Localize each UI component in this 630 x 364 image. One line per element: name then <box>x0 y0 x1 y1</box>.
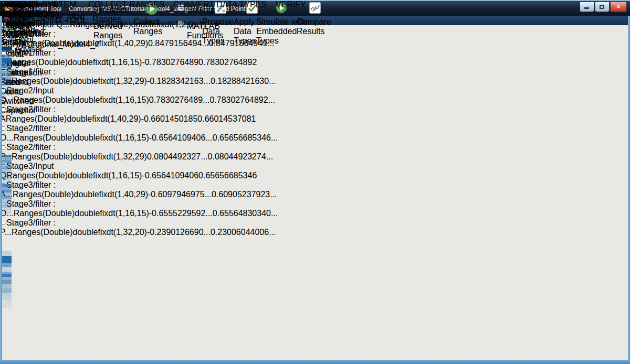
cell-compiled: double <box>72 228 98 237</box>
cell-simmax: 0.08044923274... <box>208 152 274 161</box>
cell-compiled: double <box>72 152 98 161</box>
table-row[interactable]: Stage3/filter : P...Ranges(Double)double… <box>0 218 290 237</box>
minimize-button[interactable] <box>580 2 594 12</box>
maximize-button[interactable] <box>595 2 610 12</box>
cell-simmax: 0.23006044006... <box>211 228 276 237</box>
cell-simmax: 0.65564830340... <box>213 209 278 218</box>
cell-specified: fixdt(1,16,15) <box>93 171 142 180</box>
cell-simmin: -0.6564109406 <box>142 171 198 180</box>
result-details-placeholder: Select a result to view details. <box>0 0 27 47</box>
compare-results-button[interactable]: Compare Results <box>297 17 333 36</box>
close-icon: ✕ <box>616 3 621 10</box>
table-row[interactable]: Stage3/filter : O...Ranges(Double)double… <box>0 199 290 218</box>
compare-label-1: Compare <box>297 17 333 27</box>
cell-specified: fixdt(1,32,20) <box>98 228 147 237</box>
cell-compiled: double <box>68 171 93 180</box>
cell-simmax: 0.60905237923... <box>212 190 277 199</box>
cell-run: Ranges(Double) <box>12 228 73 237</box>
cell-run: Ranges(Double) <box>14 209 75 218</box>
cell-specified: fixdt(1,16,15) <box>100 209 149 218</box>
minimize-icon <box>584 7 589 9</box>
window-border <box>0 360 630 364</box>
maximize-icon <box>600 5 604 9</box>
table-row[interactable]: Stage3/filter : A...Ranges(Double)double… <box>0 180 290 199</box>
cell-simmax: 0.65656685346 <box>198 171 257 180</box>
cell-specified: fixdt(1,40,29) <box>99 190 148 199</box>
cell-run: Ranges(Double) <box>6 171 68 180</box>
fixed-point-tool-window: Fixed Point ToolConverting 'MSADCTutoria… <box>0 0 630 364</box>
table-row[interactable]: Stage3/Input QRanges(Double)doublefixdt(… <box>0 162 290 180</box>
cell-run: Ranges(Double) <box>12 152 73 161</box>
cell-simmin: -0.2390126690... <box>147 228 211 237</box>
cell-compiled: double <box>75 209 100 218</box>
close-button[interactable]: ✕ <box>610 2 627 12</box>
window-border <box>628 16 630 360</box>
compare-label-2: Results <box>297 27 333 36</box>
table-row[interactable]: Stage2/filter : P...Ranges(Double)double… <box>0 143 290 162</box>
cell-specified: fixdt(1,32,29) <box>98 152 147 161</box>
cell-run: Ranges(Double) <box>13 190 74 199</box>
cell-compiled: double <box>74 190 99 199</box>
cell-simmin: 0.0804492327... <box>147 152 208 161</box>
window-border <box>0 16 2 360</box>
cell-simmin: -0.6555229592... <box>149 209 213 218</box>
cell-simmin: -0.6097946975... <box>148 190 212 199</box>
